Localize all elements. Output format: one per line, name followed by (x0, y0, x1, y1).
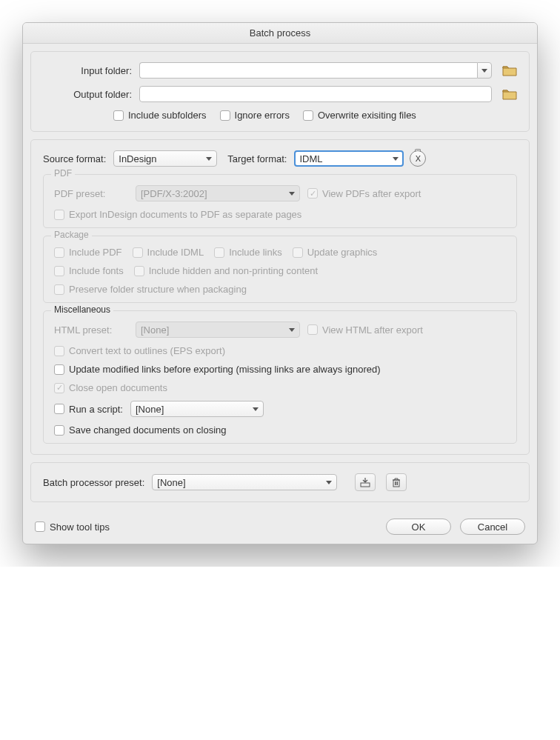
input-folder-label: Input folder: (43, 65, 139, 76)
separate-pages-checkbox: Export InDesign documents to PDF as sepa… (54, 209, 301, 220)
preset-panel: Batch processor preset: [None] (30, 462, 530, 502)
show-tooltips-checkbox[interactable]: Show tool tips (35, 521, 110, 533)
html-preset-select: [None] (136, 321, 300, 338)
save-changed-checkbox[interactable]: Save changed documents on closing (54, 424, 226, 436)
input-folder-dropdown[interactable] (477, 62, 492, 79)
source-format-select[interactable]: InDesign (113, 150, 217, 167)
footer: Show tool tips OK Cancel (30, 510, 530, 536)
include-hidden-checkbox: Include hidden and non-printing content (134, 265, 318, 276)
pdf-preset-select: [PDF/X-3:2002] (136, 185, 300, 201)
chevron-down-icon (326, 481, 332, 484)
misc-legend: Miscellaneous (51, 304, 113, 315)
package-fieldset: Package Include PDF Include IDML Include… (43, 236, 517, 303)
output-folder-browse-icon[interactable] (502, 88, 517, 100)
clear-target-button[interactable]: X (410, 150, 426, 167)
chevron-down-icon (393, 157, 399, 161)
input-folder-field[interactable] (139, 62, 477, 79)
folders-panel: Input folder: Output folder: Include s (30, 51, 530, 132)
run-script-checkbox[interactable]: Run a script: (54, 404, 123, 415)
convert-outlines-checkbox: Convert text to outlines (EPS export) (54, 345, 225, 356)
include-links-checkbox: Include links (214, 247, 282, 258)
package-legend: Package (51, 230, 92, 240)
include-idml-checkbox: Include IDML (133, 247, 204, 258)
cancel-button[interactable]: Cancel (460, 519, 525, 535)
view-pdfs-checkbox: View PDFs after export (307, 188, 421, 199)
view-html-checkbox: View HTML after export (307, 324, 423, 336)
ignore-errors-checkbox[interactable]: Ignore errors (220, 110, 290, 121)
chevron-down-icon (289, 328, 295, 332)
include-fonts-checkbox: Include fonts (54, 265, 124, 276)
pdf-legend: PDF (51, 168, 75, 179)
update-links-checkbox[interactable]: Update modified links before exporting (… (54, 364, 381, 375)
pdf-preset-label: PDF preset: (54, 188, 128, 199)
overwrite-checkbox[interactable]: Overwrite exisiting files (303, 110, 416, 121)
output-folder-field[interactable] (139, 86, 492, 102)
preserve-structure-checkbox: Preserve folder structure when packaging (54, 284, 247, 295)
misc-fieldset: Miscellaneous HTML preset: [None] View H… (43, 310, 517, 444)
delete-preset-button[interactable] (386, 473, 407, 491)
titlebar: Batch process (23, 23, 537, 44)
batch-process-dialog: Batch process Input folder: Output folde… (22, 22, 538, 544)
pdf-fieldset: PDF PDF preset: [PDF/X-3:2002] View PDFs… (43, 174, 517, 228)
save-preset-button[interactable] (355, 473, 376, 491)
trash-icon (391, 477, 401, 487)
save-icon (359, 477, 371, 487)
close-docs-checkbox: Close open documents (54, 382, 167, 393)
include-subfolders-checkbox[interactable]: Include subfolders (113, 110, 207, 121)
format-panel: Source format: InDesign Target format: I… (30, 139, 530, 455)
chevron-down-icon (206, 157, 212, 161)
include-pdf-checkbox: Include PDF (54, 247, 122, 258)
output-folder-label: Output folder: (43, 89, 139, 100)
preset-label: Batch processor preset: (43, 477, 152, 488)
target-format-label: Target format: (227, 153, 294, 164)
update-graphics-checkbox: Update graphics (293, 247, 378, 258)
window-title: Batch process (250, 27, 310, 39)
input-folder-browse-icon[interactable] (502, 64, 517, 76)
ok-button[interactable]: OK (386, 519, 451, 535)
svg-rect-0 (361, 483, 370, 487)
preset-select[interactable]: [None] (152, 474, 337, 490)
target-format-select[interactable]: IDML (294, 150, 404, 167)
source-format-label: Source format: (43, 153, 113, 164)
chevron-down-icon (253, 407, 259, 411)
run-script-select[interactable]: [None] (130, 401, 264, 417)
html-preset-label: HTML preset: (54, 324, 128, 336)
chevron-down-icon (481, 69, 487, 73)
chevron-down-icon (289, 192, 295, 196)
